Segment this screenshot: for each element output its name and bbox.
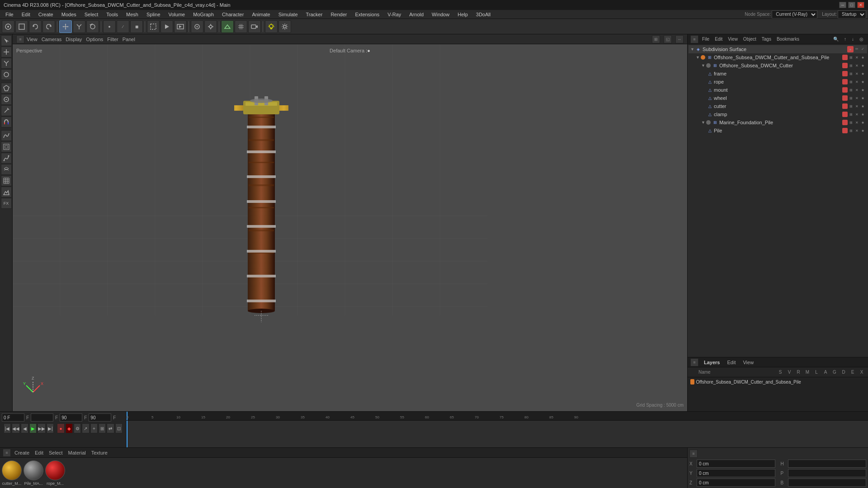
- left-tool-fx[interactable]: FX: [1, 198, 12, 209]
- ti-p3[interactable]: ✕: [854, 128, 859, 133]
- toolbar-floor[interactable]: [221, 20, 234, 33]
- ti-c2[interactable]: ⊞: [848, 63, 854, 68]
- tree-arrow-cutter[interactable]: ▼: [701, 63, 705, 68]
- ti-cm4[interactable]: ★: [860, 103, 865, 109]
- left-tool-knife[interactable]: [1, 105, 12, 116]
- ti-f3[interactable]: ✕: [854, 71, 859, 76]
- toolbar-snap-settings[interactable]: [204, 20, 217, 33]
- tree-ti-2[interactable]: ✏: [854, 46, 859, 52]
- toolbar-camera-obj[interactable]: [248, 20, 261, 33]
- menu-window[interactable]: Window: [428, 11, 453, 18]
- mat-select[interactable]: Select: [47, 449, 65, 456]
- ti-m2[interactable]: ⊞: [848, 87, 854, 93]
- toolbar-move[interactable]: [59, 20, 72, 33]
- coord-panel-menu[interactable]: ≡: [689, 450, 698, 458]
- rph-bookmarks[interactable]: Bookmarks: [775, 36, 801, 42]
- tree-item-cutter[interactable]: ▼ ⊞ Offshore_Subsea_DWCM_Cutter ⊞ ✕ ★: [689, 61, 867, 70]
- toolbar-scale[interactable]: [73, 20, 85, 33]
- tree-arrow-root[interactable]: ▼: [696, 55, 700, 60]
- ti-p1[interactable]: [842, 128, 848, 133]
- ti-r1[interactable]: [842, 55, 848, 60]
- material-rope[interactable]: rope_M...: [45, 460, 65, 486]
- viewport-panel-menu[interactable]: ≡: [16, 35, 24, 43]
- rph-object[interactable]: Object: [741, 36, 758, 42]
- viewport-menu-panel[interactable]: Panel: [121, 36, 137, 43]
- left-tool-terrain[interactable]: [1, 187, 12, 197]
- rph-file[interactable]: File: [700, 36, 711, 42]
- left-tool-polygon[interactable]: [1, 83, 12, 94]
- tree-item-pile-group[interactable]: ▼ ⊞ Marine_Foundation_Pile ⊞ ✕ ★: [689, 118, 867, 127]
- ti-pg2[interactable]: ⊞: [848, 120, 854, 125]
- menu-arnold[interactable]: Arnold: [406, 11, 427, 18]
- transport-addkey[interactable]: +: [90, 423, 98, 433]
- coord-x-input[interactable]: [697, 460, 775, 468]
- toolbar-obj-edge[interactable]: ⁄: [117, 20, 129, 33]
- mat-material[interactable]: Material: [66, 449, 88, 456]
- ti-ro1[interactable]: [842, 79, 848, 84]
- timeline-track[interactable]: [127, 421, 868, 447]
- viewport-icon-3[interactable]: ↔: [675, 35, 684, 43]
- menu-volume[interactable]: Volume: [165, 11, 189, 18]
- timeline-ruler[interactable]: 0 5 10 15 20 25 30 35 40 45 50 55 60 65: [127, 412, 868, 421]
- transport-icon2[interactable]: ⊞: [99, 423, 106, 433]
- node-space-select[interactable]: Current (V-Ray): [772, 10, 817, 19]
- coord-z-input[interactable]: [697, 479, 775, 487]
- left-tool-brush[interactable]: [1, 94, 12, 105]
- ti-cm1[interactable]: [842, 103, 848, 109]
- menu-tools[interactable]: Tools: [103, 11, 122, 18]
- layers-menu-view[interactable]: View: [741, 359, 755, 366]
- left-tool-rotate[interactable]: [1, 69, 12, 80]
- menu-simulate[interactable]: Simulate: [275, 11, 302, 18]
- transport-icon3[interactable]: ⇄: [107, 423, 114, 433]
- ti-w4[interactable]: ★: [860, 95, 865, 101]
- ti-cm2[interactable]: ⊞: [848, 103, 854, 109]
- start-frame-input[interactable]: [31, 413, 53, 422]
- transport-record[interactable]: ●: [57, 423, 64, 433]
- menu-vray[interactable]: V-Ray: [384, 11, 405, 18]
- rph-icon-4[interactable]: ◎: [858, 36, 865, 42]
- mat-menu-icon[interactable]: ≡: [3, 449, 11, 457]
- toolbar-undo[interactable]: [29, 20, 42, 33]
- tree-arrow-pile-group[interactable]: ▼: [701, 120, 705, 125]
- ti-cm3[interactable]: ✕: [854, 103, 859, 109]
- toolbar-rotate[interactable]: [86, 20, 99, 33]
- coord-h-input[interactable]: [788, 460, 867, 468]
- menu-tracker[interactable]: Tracker: [302, 11, 326, 18]
- toolbar-light[interactable]: [265, 20, 278, 33]
- left-tool-magnet[interactable]: [1, 117, 12, 127]
- tree-item-pile[interactable]: △ Pile ⊞ ✕ ★: [689, 127, 867, 135]
- close-button[interactable]: ✕: [857, 2, 864, 8]
- tree-item-wheel[interactable]: △ wheel ⊞ ✕ ★: [689, 94, 867, 102]
- restore-button[interactable]: □: [848, 2, 855, 8]
- ti-r4[interactable]: ★: [860, 55, 865, 60]
- layer-item-0[interactable]: Offshore_Subsea_DWCM_Cutter_and_Subsea_P…: [689, 378, 867, 385]
- left-tool-scale[interactable]: [1, 58, 12, 69]
- transport-play-forward[interactable]: ▶▶: [38, 423, 46, 433]
- rph-icon-3[interactable]: ↓: [850, 36, 856, 42]
- toolbar-render-viewer[interactable]: [174, 20, 187, 33]
- menu-help[interactable]: Help: [454, 11, 472, 18]
- mat-edit[interactable]: Edit: [33, 449, 45, 456]
- viewport-menu-cameras[interactable]: Cameras: [40, 36, 64, 43]
- tree-ti-3[interactable]: ✓: [860, 46, 865, 52]
- tree-item-rope[interactable]: △ rope ⊞ ✕ ★: [689, 78, 867, 86]
- material-cutter[interactable]: cutter_M...: [2, 460, 22, 486]
- menu-3doall[interactable]: 3DoAll: [472, 11, 494, 18]
- menu-animate[interactable]: Animate: [248, 11, 274, 18]
- ti-cl3[interactable]: ✕: [854, 112, 859, 117]
- viewport-menu-filter[interactable]: Filter: [105, 36, 120, 43]
- ti-pg1[interactable]: [842, 120, 848, 125]
- transport-step-back[interactable]: ◀◀: [12, 423, 20, 433]
- viewport-menu-display[interactable]: Display: [64, 36, 84, 43]
- tree-item-frame[interactable]: △ frame ⊞ ✕ ★: [689, 70, 867, 78]
- ti-f4[interactable]: ★: [860, 71, 865, 76]
- ti-ro3[interactable]: ✕: [854, 79, 859, 84]
- minimize-button[interactable]: ─: [839, 2, 846, 8]
- viewport-menu-options[interactable]: Options: [84, 36, 105, 43]
- toolbar-obj-point[interactable]: ●: [103, 20, 116, 33]
- menu-extensions[interactable]: Extensions: [351, 11, 383, 18]
- ti-w2[interactable]: ⊞: [848, 95, 854, 101]
- tree-item-clamp[interactable]: △ clamp ⊞ ✕ ★: [689, 110, 867, 118]
- tree-ti-1[interactable]: ●: [847, 46, 854, 52]
- rph-menu-icon[interactable]: ≡: [690, 35, 698, 43]
